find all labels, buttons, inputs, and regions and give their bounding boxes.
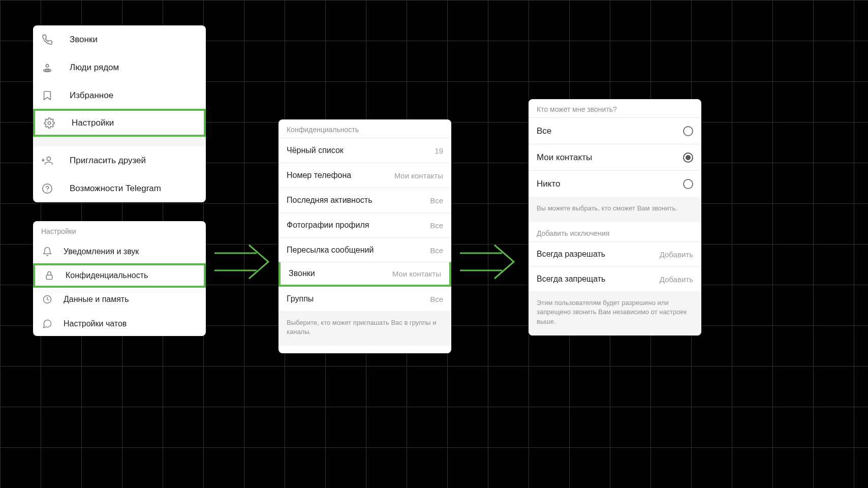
settings-item-label: Конфиденциальность — [66, 271, 196, 280]
privacy-card: Конфиденциальность Чёрный список 19 Номе… — [278, 119, 451, 353]
row-value: Мои контакты — [392, 269, 441, 278]
svg-point-0 — [46, 64, 49, 67]
gear-icon — [43, 117, 55, 129]
help-icon — [41, 182, 53, 195]
settings-item-chat[interactable]: Настройки чатов — [33, 312, 206, 336]
menu-item-label: Люди рядом — [70, 63, 198, 73]
option-label: Никто — [537, 179, 560, 189]
bell-icon — [41, 246, 53, 258]
settings-item-label: Уведомления и звук — [64, 247, 198, 256]
main-menu-card: Звонки Люди рядом Избранное Настройки Пр… — [33, 25, 206, 202]
menu-item-label: Настройки — [72, 118, 196, 128]
settings-item-label: Настройки чатов — [64, 319, 198, 328]
calls-hint: Вы можете выбрать, кто сможет Вам звонит… — [529, 197, 701, 222]
calls-hint2: Этим пользователям будет разрешено или з… — [529, 291, 701, 336]
arrow-1-icon — [213, 244, 272, 280]
menu-item-label: Возможности Telegram — [70, 184, 198, 194]
privacy-row-groups[interactable]: Группы Все — [278, 286, 451, 311]
exceptions-title: Добавить исключения — [529, 222, 701, 241]
menu-item-saved[interactable]: Избранное — [33, 81, 206, 109]
settings-item-privacy[interactable]: Конфиденциальность — [33, 263, 206, 288]
menu-item-invite[interactable]: Пригласить друзей — [33, 146, 206, 174]
menu-item-nearby[interactable]: Люди рядом — [33, 53, 206, 81]
row-key: Фотографии профиля — [287, 221, 369, 230]
privacy-row-phone[interactable]: Номер телефона Мои контакты — [278, 163, 451, 188]
radio-icon — [683, 126, 693, 136]
bookmark-icon — [41, 89, 53, 102]
svg-point-5 — [43, 184, 52, 193]
privacy-row-forward[interactable]: Пересылка сообщений Все — [278, 237, 451, 262]
menu-item-label: Пригласить друзей — [70, 156, 198, 166]
privacy-row-lastseen[interactable]: Последняя активность Все — [278, 188, 451, 212]
svg-rect-6 — [46, 275, 52, 279]
nearby-icon — [41, 62, 53, 74]
row-action: Добавить — [660, 250, 693, 259]
row-key: Звонки — [289, 269, 315, 278]
calls-option-contacts[interactable]: Мои контакты — [529, 144, 701, 170]
row-value: 19 — [435, 146, 443, 155]
row-key: Пересылка сообщений — [287, 246, 374, 255]
row-key: Группы — [287, 294, 314, 303]
chat-icon — [41, 318, 53, 330]
calls-option-nobody[interactable]: Никто — [529, 170, 701, 197]
settings-title: Настройки — [33, 221, 206, 239]
row-action: Добавить — [660, 275, 693, 284]
settings-item-notifications[interactable]: Уведомления и звук — [33, 239, 206, 264]
row-value: Все — [430, 295, 443, 303]
settings-item-label: Данные и память — [64, 295, 198, 304]
phone-icon — [41, 34, 53, 46]
row-value: Все — [430, 196, 443, 205]
menu-item-label: Избранное — [70, 90, 198, 101]
privacy-footer: Выберите, кто может приглашать Вас в гру… — [278, 311, 451, 346]
privacy-title: Конфиденциальность — [278, 119, 451, 138]
lock-icon — [43, 269, 55, 282]
exception-always-deny[interactable]: Всегда запрещать Добавить — [529, 266, 701, 291]
row-key: Номер телефона — [287, 171, 351, 180]
menu-item-settings[interactable]: Настройки — [33, 109, 206, 137]
menu-item-label: Звонки — [70, 35, 198, 45]
menu-item-faq[interactable]: Возможности Telegram — [33, 174, 206, 202]
calls-card: Кто может мне звонить? Все Мои контакты … — [529, 99, 701, 336]
row-key: Всегда запрещать — [537, 274, 605, 284]
exception-always-allow[interactable]: Всегда разрешать Добавить — [529, 241, 701, 266]
row-key: Всегда разрешать — [537, 250, 605, 259]
svg-point-2 — [45, 70, 49, 71]
settings-item-data[interactable]: Данные и память — [33, 287, 206, 312]
svg-point-4 — [47, 157, 50, 160]
calls-option-everyone[interactable]: Все — [529, 117, 701, 144]
row-key: Чёрный список — [287, 146, 344, 155]
data-icon — [41, 293, 53, 306]
menu-item-calls[interactable]: Звонки — [33, 25, 206, 53]
row-value: Мои контакты — [394, 171, 443, 180]
calls-title: Кто может мне звонить? — [529, 99, 701, 117]
privacy-row-calls[interactable]: Звонки Мои контакты — [278, 262, 451, 287]
row-value: Все — [430, 221, 443, 230]
option-label: Мои контакты — [537, 152, 592, 163]
privacy-row-photos[interactable]: Фотографии профиля Все — [278, 212, 451, 237]
svg-point-3 — [48, 121, 51, 125]
arrow-2-icon — [459, 244, 517, 280]
row-key: Последняя активность — [287, 196, 372, 205]
radio-checked-icon — [683, 152, 693, 163]
radio-icon — [683, 179, 693, 189]
row-value: Все — [430, 246, 443, 255]
settings-card: Настройки Уведомления и звук Конфиденциа… — [33, 221, 206, 336]
option-label: Все — [537, 126, 551, 136]
separator — [33, 136, 206, 146]
invite-icon — [41, 155, 53, 167]
privacy-row-blocklist[interactable]: Чёрный список 19 — [278, 138, 451, 163]
